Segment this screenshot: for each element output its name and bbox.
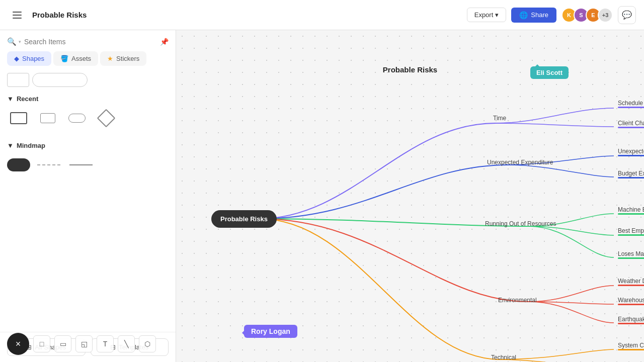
shape-rectangle-sm[interactable]: [36, 107, 59, 130]
branch-environmental: Environmental: [498, 297, 537, 304]
leaf-loses-supplier: Loses Main Raw Material Supplier: [618, 250, 644, 257]
branch-time: Time: [493, 115, 506, 122]
cursor-eli-scott: Eli Scott: [530, 66, 569, 79]
shape-quick-row: [0, 71, 176, 92]
tab-shapes[interactable]: ◆ Shapes: [7, 51, 51, 66]
pill-icon: [68, 114, 86, 123]
recent-shapes-grid: [0, 107, 176, 137]
mindmap-shapes-row: [0, 153, 176, 184]
bar-weather: [618, 285, 644, 286]
leaf-client-changes: Client Changes the Deadline: [618, 120, 644, 127]
leaf-schedule-overruns: Schedule Overruns: [618, 100, 644, 107]
leaf-machine-breakdown: Machine Breakdown: [618, 206, 644, 213]
close-button[interactable]: ×: [7, 333, 29, 355]
search-bar: 🔍 ▾ 📌: [0, 30, 176, 51]
menu-button[interactable]: [8, 6, 26, 24]
mindmap-section-title[interactable]: ▼ Mindmap: [0, 139, 176, 153]
shape-pill-small[interactable]: [7, 73, 29, 87]
chevron-down-icon: ▼: [7, 142, 14, 149]
document-title: Probable Risks: [32, 11, 461, 19]
stickers-icon: ★: [107, 55, 113, 62]
branch-running-out: Running Out of Resources: [485, 220, 556, 227]
header-actions: Export ▾ 🌐 Share K S E +3 💬: [467, 6, 636, 24]
header: Probable Risks Export ▾ 🌐 Share K S E +3…: [0, 0, 644, 30]
share-button[interactable]: 🌐 Share: [511, 8, 556, 23]
mindmap-svg: [176, 30, 644, 362]
export-button[interactable]: Export ▾: [467, 8, 507, 22]
search-dropdown-icon: ▾: [19, 39, 21, 44]
search-input[interactable]: [24, 38, 157, 46]
tab-assets[interactable]: 🪣 Assets: [53, 51, 98, 66]
bar-best-employee: [618, 234, 644, 236]
comment-icon: 💬: [622, 10, 632, 20]
leaf-earthquake: Earthquake/Storms: [618, 316, 644, 323]
pin-icon[interactable]: 📌: [160, 38, 169, 46]
search-icon: 🔍: [7, 37, 17, 46]
branch-technical: Technical: [491, 354, 516, 361]
shape-diamond[interactable]: [95, 107, 118, 130]
tool-text[interactable]: T: [97, 335, 114, 352]
shape-pill-wide[interactable]: [32, 73, 88, 87]
globe-icon: 🌐: [519, 11, 528, 19]
main-layout: 🔍 ▾ 📌 ◆ Shapes 🪣 Assets ★ Stickers: [0, 30, 644, 362]
sidebar: 🔍 ▾ 📌 ◆ Shapes 🪣 Assets ★ Stickers: [0, 30, 176, 362]
canvas-title: Probable Risks: [383, 65, 437, 74]
comment-button[interactable]: 💬: [618, 6, 636, 24]
bar-unexpected-expenditure: [618, 155, 644, 156]
bar-warehouse: [618, 304, 644, 305]
tool-square[interactable]: □: [33, 335, 50, 352]
chevron-down-icon: ▼: [7, 95, 14, 103]
shape-rectangle[interactable]: [7, 107, 30, 130]
bar-loses-supplier: [618, 257, 644, 259]
assets-icon: 🪣: [60, 55, 68, 62]
tab-bar: ◆ Shapes 🪣 Assets ★ Stickers: [0, 51, 176, 71]
collaborator-avatars: K S E +3: [561, 8, 613, 23]
bar-earthquake: [618, 323, 644, 324]
center-node[interactable]: Probable Risks: [211, 210, 277, 228]
tab-stickers[interactable]: ★ Stickers: [100, 51, 146, 66]
rectangle-sm-icon: [40, 113, 55, 123]
leaf-best-employee: Best Employee Quits Suddenly: [618, 227, 644, 234]
bottom-toolbar: × □ ▭ ◱ T ╲ ⬡: [7, 333, 156, 355]
bar-machine-breakdown: [618, 213, 644, 215]
rectangle-icon: [10, 112, 27, 124]
oval-icon: [7, 158, 30, 171]
solid-line-icon: [69, 164, 93, 165]
mindmap-dashed-shape[interactable]: [38, 153, 61, 176]
section-mindmap: ▼ Mindmap: [0, 139, 176, 184]
tool-frame[interactable]: ▭: [54, 335, 71, 352]
tool-line[interactable]: ╲: [118, 335, 135, 352]
shape-pill-item[interactable]: [65, 107, 89, 130]
mindmap-solid-shape[interactable]: [69, 153, 93, 176]
canvas[interactable]: Probable Risks: [176, 30, 644, 362]
leaf-warehouse: Warehouse Flooded: [618, 297, 644, 304]
bar-budget-exceeded: [618, 177, 644, 178]
branch-unexpected-expenditure: Unexpected Expenditure: [487, 159, 553, 166]
leaf-budget-exceeded: Budget Exceeded: [618, 170, 644, 177]
leaf-unexpected-expenditure: Unexpected Expenditure: [618, 148, 644, 155]
bar-client-changes: [618, 127, 644, 128]
leaf-weather: Weather Delays Progress: [618, 278, 644, 285]
shapes-icon: ◆: [14, 55, 19, 62]
avatar-overflow: +3: [598, 8, 613, 23]
section-recent[interactable]: ▼ Recent: [0, 92, 176, 107]
bar-schedule-overruns: [618, 107, 644, 108]
bar-system-crash: [618, 349, 644, 350]
dashed-icon: [37, 164, 62, 165]
close-icon: ×: [16, 339, 21, 349]
mindmap-oval-shape[interactable]: [7, 153, 30, 176]
leaf-system-crash: System Crash: [618, 342, 644, 349]
tool-pointer[interactable]: ⬡: [139, 335, 156, 352]
chevron-down-icon: ▾: [495, 11, 499, 19]
search-icon-wrap: 🔍 ▾: [7, 37, 21, 46]
cursor-rory-logan: Rory Logan: [244, 325, 297, 338]
diamond-icon: [97, 109, 116, 128]
tool-container[interactable]: ◱: [75, 335, 93, 352]
hamburger-icon: [13, 12, 22, 19]
